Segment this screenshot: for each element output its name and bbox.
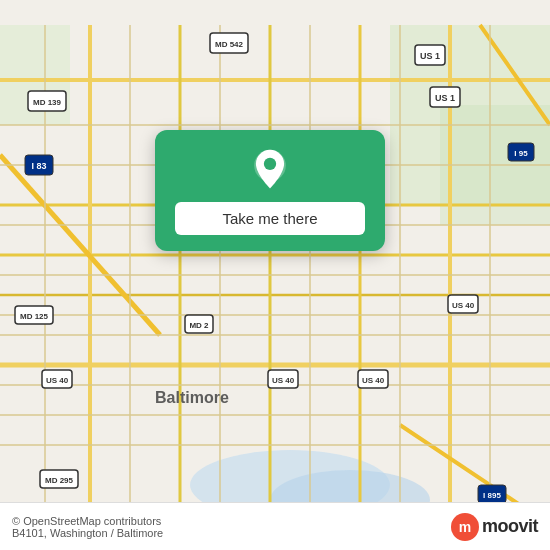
svg-text:MD 542: MD 542 <box>215 40 244 49</box>
svg-text:MD 139: MD 139 <box>33 98 62 107</box>
attribution-text: © OpenStreetMap contributors <box>12 515 161 527</box>
svg-text:I 95: I 95 <box>514 149 528 158</box>
svg-text:US 40: US 40 <box>272 376 295 385</box>
location-pin-icon <box>248 148 292 192</box>
svg-text:I 895: I 895 <box>483 491 501 500</box>
svg-text:US 40: US 40 <box>46 376 69 385</box>
svg-text:US 1: US 1 <box>420 51 440 61</box>
svg-text:US 40: US 40 <box>362 376 385 385</box>
svg-point-66 <box>264 158 276 170</box>
svg-text:I 83: I 83 <box>31 161 46 171</box>
map-roads: US 1 US 1 MD 542 MD 139 I 83 MD MD 2 MD … <box>0 0 550 550</box>
svg-text:US 40: US 40 <box>452 301 475 310</box>
svg-text:MD 2: MD 2 <box>189 321 209 330</box>
svg-text:Baltimore: Baltimore <box>155 389 229 406</box>
moovit-branding: m moovit <box>451 513 538 541</box>
svg-text:MD 125: MD 125 <box>20 312 49 321</box>
take-me-there-button[interactable]: Take me there <box>175 202 365 235</box>
subtitle-text: B4101, Washington / Baltimore <box>12 527 163 539</box>
map-container: US 1 US 1 MD 542 MD 139 I 83 MD MD 2 MD … <box>0 0 550 550</box>
location-card: Take me there <box>155 130 385 251</box>
svg-text:MD 295: MD 295 <box>45 476 74 485</box>
bottom-bar: © OpenStreetMap contributors B4101, Wash… <box>0 502 550 550</box>
moovit-icon: m <box>451 513 479 541</box>
svg-text:US 1: US 1 <box>435 93 455 103</box>
moovit-label: moovit <box>482 516 538 537</box>
moovit-initial: m <box>459 519 471 535</box>
